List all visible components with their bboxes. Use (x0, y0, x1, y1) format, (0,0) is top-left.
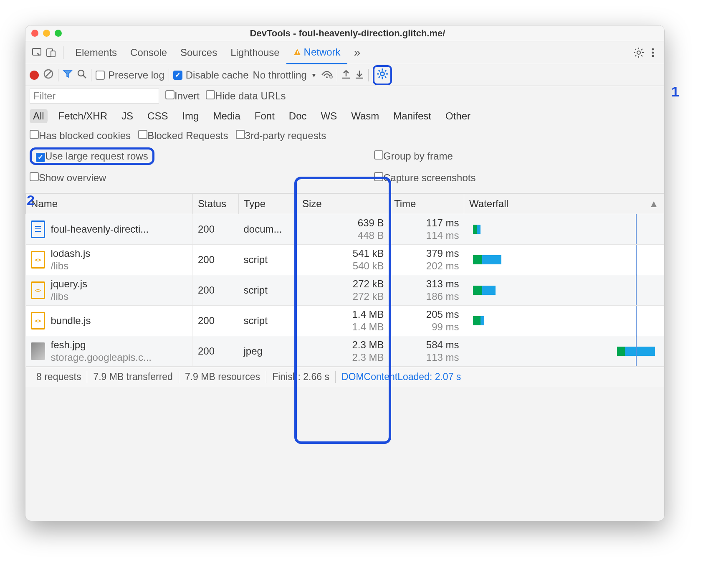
svg-text:<>: <> (35, 257, 41, 263)
third-party-checkbox[interactable]: 3rd-party requests (236, 130, 326, 142)
time-total: 205 ms (394, 308, 459, 321)
col-time[interactable]: Time (389, 194, 464, 214)
script-file-icon: <> (31, 312, 45, 329)
table-row[interactable]: <>lodash.js/libs200script541 kB540 kB379… (26, 245, 664, 275)
script-file-icon: <> (31, 281, 45, 299)
col-name[interactable]: Name (26, 194, 193, 214)
status-cell: 200 (193, 275, 239, 306)
filter-font[interactable]: Font (251, 109, 278, 123)
svg-rect-4 (297, 53, 298, 54)
size-transferred: 2.3 MB (302, 339, 384, 351)
waterfall-cell (464, 214, 664, 245)
import-har-icon[interactable] (341, 69, 351, 81)
tab-sources[interactable]: Sources (174, 41, 224, 64)
status-cell: 200 (193, 306, 239, 336)
time-total: 117 ms (394, 217, 459, 229)
size-transferred: 1.4 MB (302, 308, 384, 321)
svg-line-33 (379, 76, 380, 78)
col-size[interactable]: Size (297, 194, 389, 214)
table-row[interactable]: foul-heavenly-directi...200docum...639 B… (26, 214, 664, 245)
type-cell: script (239, 275, 297, 306)
document-file-icon (31, 220, 45, 238)
filter-all[interactable]: All (30, 109, 48, 123)
size-resource: 448 B (302, 229, 384, 242)
tab-lighthouse[interactable]: Lighthouse (224, 41, 286, 64)
filter-wasm[interactable]: Wasm (348, 109, 382, 123)
throttling-select[interactable]: No throttling▼ (253, 69, 316, 81)
time-total: 379 ms (394, 247, 459, 260)
status-cell: 200 (193, 336, 239, 367)
device-toolbar-icon[interactable] (44, 41, 58, 64)
record-button[interactable] (30, 71, 39, 80)
status-requests: 8 requests (30, 371, 87, 383)
filter-manifest[interactable]: Manifest (390, 109, 435, 123)
filter-input[interactable]: Filter (30, 89, 159, 104)
group-by-frame-checkbox[interactable]: Group by frame (374, 150, 453, 162)
col-status[interactable]: Status (193, 194, 239, 214)
filter-css[interactable]: CSS (144, 109, 171, 123)
blocked-requests-checkbox[interactable]: Blocked Requests (138, 130, 228, 142)
tab-elements[interactable]: Elements (68, 41, 124, 64)
status-cell: 200 (193, 214, 239, 245)
requests-table-wrapper: Name Status Type Size Time Waterfall▲ fo… (25, 193, 664, 367)
request-name: bundle.js (51, 314, 91, 327)
svg-line-34 (385, 70, 386, 71)
hide-data-urls-checkbox[interactable]: Hide data URLs (206, 90, 286, 102)
close-icon[interactable] (31, 30, 38, 37)
show-overview-checkbox[interactable]: Show overview (30, 172, 106, 184)
inspect-icon[interactable] (30, 41, 44, 64)
filter-img[interactable]: Img (179, 109, 202, 123)
svg-point-23 (331, 76, 331, 77)
filter-xhr[interactable]: Fetch/XHR (55, 109, 111, 123)
type-filters: All Fetch/XHR JS CSS Img Media Font Doc … (25, 106, 664, 126)
time-total: 584 ms (394, 339, 459, 351)
filter-media[interactable]: Media (210, 109, 243, 123)
clear-icon[interactable] (43, 68, 54, 82)
status-dcl: DOMContentLoaded: 2.07 s (336, 371, 467, 383)
time-total: 313 ms (394, 278, 459, 290)
capture-screenshots-checkbox[interactable]: Capture screenshots (374, 172, 475, 184)
table-row[interactable]: <>bundle.js200script1.4 MB1.4 MB205 ms99… (26, 306, 664, 336)
filter-icon[interactable] (63, 69, 73, 81)
size-resource: 2.3 MB (302, 351, 384, 364)
export-har-icon[interactable] (355, 69, 364, 81)
tab-console[interactable]: Console (124, 41, 174, 64)
col-waterfall[interactable]: Waterfall▲ (464, 194, 664, 214)
table-row[interactable]: <>jquery.js/libs200script272 kB272 kB313… (26, 275, 664, 306)
filter-js[interactable]: JS (118, 109, 137, 123)
filter-other[interactable]: Other (442, 109, 474, 123)
panel-tabs: Elements Console Sources Lighthouse Netw… (25, 41, 664, 64)
svg-point-16 (652, 55, 654, 57)
network-conditions-icon[interactable] (321, 69, 333, 81)
waterfall-cell (464, 336, 664, 367)
type-cell: jpeg (239, 336, 297, 367)
col-type[interactable]: Type (239, 194, 297, 214)
kebab-menu-icon[interactable] (646, 41, 660, 64)
size-transferred: 541 kB (302, 247, 384, 260)
invert-checkbox[interactable]: Invert (165, 90, 200, 102)
tab-network[interactable]: Network (286, 42, 347, 64)
time-latency: 99 ms (394, 321, 459, 333)
disable-cache-checkbox[interactable]: Disable cache (173, 69, 249, 81)
blocked-cookies-checkbox[interactable]: Has blocked cookies (30, 130, 131, 142)
svg-line-31 (379, 70, 380, 71)
minimize-icon[interactable] (43, 30, 50, 37)
large-request-rows-checkbox[interactable]: Use large request rows (30, 147, 154, 165)
svg-point-14 (652, 48, 654, 51)
tabs-overflow-icon[interactable]: » (347, 41, 367, 64)
table-row[interactable]: fesh.jpgstorage.googleapis.c...200jpeg2.… (26, 336, 664, 367)
search-icon[interactable] (77, 69, 87, 81)
request-name: foul-heavenly-directi... (51, 223, 149, 236)
settings-gear-icon[interactable] (632, 41, 646, 64)
type-cell: script (239, 245, 297, 275)
svg-line-13 (641, 49, 642, 50)
filter-ws[interactable]: WS (318, 109, 341, 123)
filter-doc[interactable]: Doc (286, 109, 310, 123)
preserve-log-checkbox[interactable]: Preserve log (96, 69, 164, 81)
request-path: /libs (51, 260, 91, 272)
maximize-icon[interactable] (55, 30, 62, 37)
network-settings-button[interactable] (373, 65, 392, 85)
warning-icon (293, 48, 301, 56)
time-latency: 202 ms (394, 260, 459, 272)
filter-row: Filter Invert Hide data URLs (25, 86, 664, 106)
